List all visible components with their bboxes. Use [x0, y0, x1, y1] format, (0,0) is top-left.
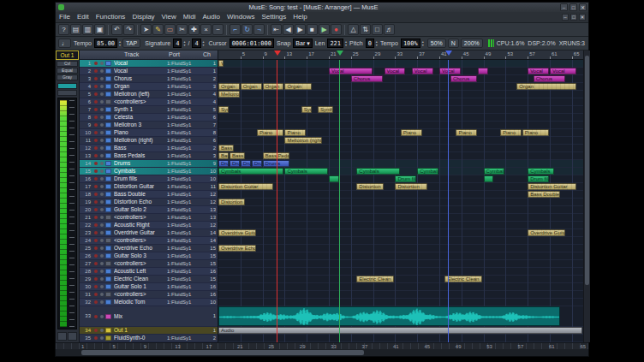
track-row[interactable]: 23Overdrive Guitar1:FluidSy114 [80, 229, 218, 237]
part-clip[interactable]: Organ [516, 83, 576, 90]
vertical-scrollbar[interactable] [583, 50, 590, 342]
part-clip[interactable]: Bass [218, 145, 234, 151]
effect-rack-slot[interactable]: Gray [57, 74, 78, 80]
mute-indicator[interactable] [100, 139, 104, 142]
pointer-tool-button[interactable]: ➤ [140, 24, 152, 35]
record-arm-indicator[interactable] [94, 277, 98, 281]
part-clip[interactable]: Cymbals [417, 168, 438, 175]
mute-indicator[interactable] [100, 336, 104, 340]
mute-indicator[interactable] [100, 169, 104, 173]
track-row[interactable]: 12Bass1:FluidSy12 [80, 145, 218, 152]
mute-indicator[interactable] [100, 154, 104, 157]
part-clip[interactable]: Drum [252, 160, 262, 167]
mute-indicator[interactable] [100, 100, 104, 104]
tempo-spinner[interactable]: ▴▾ [119, 39, 121, 48]
part-clip[interactable]: Cymbals [484, 168, 505, 175]
mute-indicator[interactable] [100, 162, 104, 165]
track-row[interactable]: 18Bass Double1:FluidSy112 [80, 191, 218, 199]
record-arm-indicator[interactable] [94, 177, 98, 181]
track-row[interactable]: 15Cymbals1:FluidSy110 [80, 168, 218, 175]
tap-button[interactable]: TAP [122, 39, 140, 48]
track-row[interactable]: 7Synth 11:FluidSy15 [80, 106, 218, 114]
part-clip[interactable]: Drum fills [528, 175, 549, 182]
record-arm-indicator[interactable] [94, 77, 98, 80]
track-row[interactable]: 22Acoustic Right1:FluidSy112 [80, 222, 218, 229]
zoom-out-button[interactable]: 50% [427, 39, 446, 48]
close-button[interactable]: ✕ [579, 3, 587, 11]
part-clip[interactable]: Bass Pedals [230, 152, 245, 159]
track-row[interactable]: 10Piano1:FluidSy18 [80, 129, 218, 137]
track-row[interactable]: 14Drums1:FluidSy19 [80, 160, 218, 168]
part-clip[interactable]: Overdrive Guitar [528, 229, 565, 236]
mute-indicator[interactable] [100, 239, 104, 242]
record-arm-indicator[interactable] [94, 329, 98, 332]
record-arm-indicator[interactable] [94, 315, 98, 318]
mute-indicator[interactable] [100, 246, 104, 250]
track-row[interactable]: 20Guitar Solo 21:FluidSy113 [80, 206, 218, 214]
track-row[interactable]: 8Celesta1:FluidSy16 [80, 114, 218, 122]
mute-indicator[interactable] [100, 185, 104, 188]
record-arm-indicator[interactable] [94, 216, 98, 219]
part-clip[interactable]: Vocal [385, 68, 406, 74]
strip-output-routing-button[interactable] [57, 90, 77, 96]
horizontal-scrollbar-thumb[interactable] [81, 350, 364, 355]
part-clip[interactable]: Vocal [550, 68, 576, 74]
part-clip[interactable]: Piano [401, 129, 422, 136]
record-arm-indicator[interactable] [94, 139, 98, 142]
track-row[interactable]: 5Mellotron (left)1:FluidSy14 [80, 91, 218, 98]
pencil-tool-button[interactable]: ✎ [152, 24, 164, 35]
part-clip[interactable]: Electric Clean [444, 276, 482, 282]
fast-forward-button[interactable]: ▶ [295, 24, 306, 35]
part-clip[interactable]: Bass [218, 152, 229, 159]
track-row[interactable]: 4Organ1:FluidSy13 [80, 83, 218, 91]
track-row[interactable]: 1Vocal1:FluidSy11 [80, 60, 218, 68]
record-arm-indicator[interactable] [94, 293, 98, 296]
record-arm-indicator[interactable] [94, 185, 98, 188]
mute-indicator[interactable] [100, 262, 104, 265]
part-clip[interactable]: Audio [218, 327, 582, 334]
part-clip[interactable]: Drum [230, 160, 240, 167]
part-clip[interactable]: Synth 1 [218, 106, 229, 113]
part-clip[interactable] [484, 175, 494, 182]
record-arm-indicator[interactable] [94, 131, 98, 134]
mute-indicator[interactable] [100, 92, 104, 96]
metronome-button[interactable]: △ [348, 24, 359, 35]
record-arm-indicator[interactable] [94, 154, 98, 157]
record-arm-indicator[interactable] [94, 193, 98, 196]
record-arm-indicator[interactable] [94, 116, 98, 119]
part-clip[interactable]: Organ [263, 83, 284, 90]
record-arm-indicator[interactable] [94, 146, 98, 150]
part-clip[interactable]: Piano [522, 129, 549, 136]
mute-indicator[interactable] [100, 277, 104, 281]
strip-input-routing-button[interactable] [57, 83, 77, 89]
rewind-to-start-button[interactable]: ⇤ [271, 24, 282, 35]
part-clip[interactable]: Piano [456, 129, 477, 136]
mute-indicator[interactable] [100, 200, 104, 204]
part-clip[interactable]: Organ [218, 83, 240, 90]
part-clip[interactable] [329, 175, 339, 182]
tempo-value[interactable]: 85.00 [94, 39, 117, 48]
mute-indicator[interactable] [100, 146, 104, 150]
maximize-button[interactable]: □ [569, 3, 577, 11]
mute-indicator[interactable] [100, 300, 104, 304]
loop-button[interactable]: ↻ [242, 24, 253, 35]
track-row[interactable]: 13Bass Pedals1:FluidSy13 [80, 152, 218, 160]
snap-select[interactable]: Bar ▾ [293, 39, 312, 48]
mute-indicator[interactable] [100, 77, 104, 80]
effect-rack-slot[interactable]: Equal [57, 68, 78, 74]
strip-track-name[interactable]: Out 1 [56, 50, 79, 60]
part-clip[interactable]: Drum [218, 160, 229, 167]
record-arm-indicator[interactable] [94, 285, 98, 288]
mute-indicator[interactable] [100, 216, 104, 219]
menu-display[interactable]: Display [128, 12, 158, 22]
part-clip[interactable]: Vocal [329, 68, 373, 74]
part-clip[interactable]: Bass Double [528, 191, 560, 198]
part-clip[interactable]: Piano [284, 129, 306, 136]
track-row[interactable]: 35FluidSynth-01:FluidSy12 [80, 335, 218, 342]
record-arm-indicator[interactable] [94, 239, 98, 242]
mute-indicator[interactable] [100, 254, 104, 258]
mute-indicator[interactable] [100, 85, 104, 88]
stop-button[interactable]: ■ [307, 24, 318, 35]
part-clip[interactable]: Synth 1 [301, 106, 312, 113]
track-row[interactable]: 31<controllers>1:FluidSy116 [80, 291, 218, 299]
